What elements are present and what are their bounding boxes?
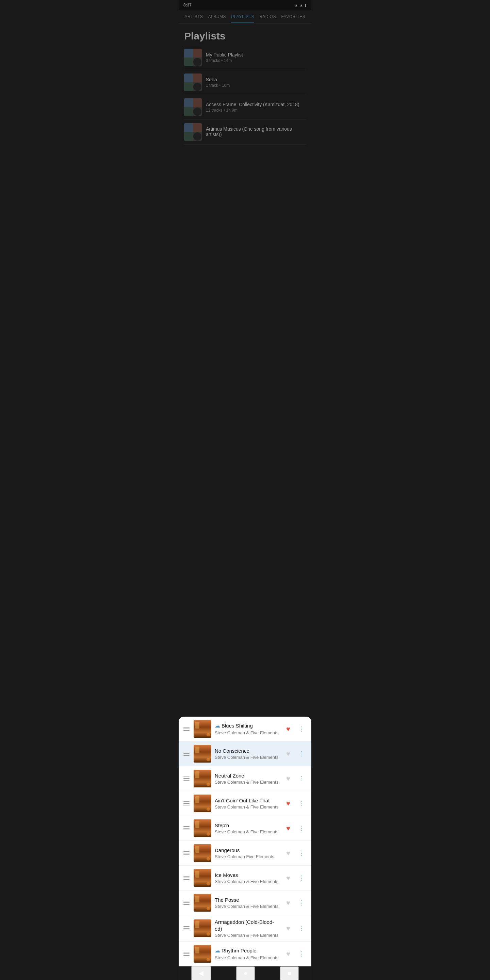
like-button[interactable]: ♥ <box>283 798 294 809</box>
more-button[interactable]: ⋮ <box>296 798 307 809</box>
drag-handle[interactable] <box>183 925 190 932</box>
song-artist: Steve Coleman & Five Elements <box>215 879 279 884</box>
drag-handle[interactable] <box>183 725 190 732</box>
song-artist: Steve Coleman & Five Elements <box>215 933 279 938</box>
like-button[interactable]: ♥ <box>283 872 294 883</box>
album-art <box>194 945 211 963</box>
like-button[interactable]: ♥ <box>283 948 294 959</box>
song-artist: Steve Coleman & Five Elements <box>215 755 279 760</box>
song-title: Ice Moves <box>215 872 279 878</box>
song-actions: ♥ ⋮ <box>283 724 307 734</box>
heart-icon: ♥ <box>286 800 290 808</box>
album-art <box>194 920 211 937</box>
more-button[interactable]: ⋮ <box>296 823 307 834</box>
album-art <box>194 819 211 837</box>
song-artist: Steve Coleman & Five Elements <box>215 829 279 834</box>
song-info: No Conscience Steve Coleman & Five Eleme… <box>215 748 279 760</box>
song-artist: Steve Coleman & Five Elements <box>215 730 279 735</box>
heart-icon: ♥ <box>286 950 290 958</box>
song-row[interactable]: Ice Moves Steve Coleman & Five Elements … <box>179 865 311 891</box>
song-title: Step'n <box>215 822 279 829</box>
song-row[interactable]: No Conscience Steve Coleman & Five Eleme… <box>179 741 311 766</box>
cloud-icon: ☁ <box>215 723 220 729</box>
more-button[interactable]: ⋮ <box>296 948 307 959</box>
more-button[interactable]: ⋮ <box>296 773 307 784</box>
drag-handle[interactable] <box>183 750 190 757</box>
song-artist: Steve Coleman & Five Elements <box>215 804 279 810</box>
song-title: ☁Blues Shifting <box>215 722 279 730</box>
song-title: The Posse <box>215 897 279 904</box>
drag-handle[interactable] <box>183 825 190 832</box>
album-art <box>194 720 211 738</box>
drag-handle[interactable] <box>183 850 190 856</box>
song-info: ☁Rhythm People Steve Coleman & Five Elem… <box>215 947 279 960</box>
more-button[interactable]: ⋮ <box>296 923 307 934</box>
song-info: Ain't Goin' Out Like That Steve Coleman … <box>215 797 279 810</box>
album-art <box>194 745 211 762</box>
song-info: Dangerous Steve Coleman Five Elements <box>215 847 279 859</box>
song-actions: ♥ ⋮ <box>283 848 307 859</box>
heart-icon: ♥ <box>286 899 290 907</box>
song-info: Armageddon (Cold-Blood-ed) Steve Coleman… <box>215 919 279 938</box>
like-button[interactable]: ♥ <box>283 848 294 859</box>
song-artist: Steve Coleman & Five Elements <box>215 955 279 960</box>
drag-handle[interactable] <box>183 899 190 906</box>
song-actions: ♥ ⋮ <box>283 798 307 809</box>
album-art <box>194 894 211 912</box>
cloud-icon: ☁ <box>215 948 220 953</box>
song-actions: ♥ ⋮ <box>283 748 307 759</box>
drag-handle[interactable] <box>183 775 190 782</box>
recent-button[interactable]: ■ <box>280 966 299 980</box>
song-actions: ♥ ⋮ <box>283 823 307 834</box>
song-actions: ♥ ⋮ <box>283 948 307 959</box>
more-button[interactable]: ⋮ <box>296 848 307 859</box>
song-actions: ♥ ⋮ <box>283 923 307 934</box>
like-button[interactable]: ♥ <box>283 897 294 908</box>
song-artist: Steve Coleman Five Elements <box>215 854 279 859</box>
like-button[interactable]: ♥ <box>283 773 294 784</box>
like-button[interactable]: ♥ <box>283 748 294 759</box>
song-info: The Posse Steve Coleman & Five Elements <box>215 897 279 909</box>
heart-icon: ♥ <box>286 874 290 882</box>
song-actions: ♥ ⋮ <box>283 897 307 908</box>
song-title: Ain't Goin' Out Like That <box>215 797 279 804</box>
drag-handle[interactable] <box>183 950 190 957</box>
song-row[interactable]: Neutral Zone Steve Coleman & Five Elemen… <box>179 766 311 791</box>
heart-icon: ♥ <box>286 850 290 857</box>
song-title: Armageddon (Cold-Blood-ed) <box>215 919 279 932</box>
song-title: Neutral Zone <box>215 772 279 779</box>
song-title: No Conscience <box>215 748 279 754</box>
song-row[interactable]: ☁Rhythm People Steve Coleman & Five Elem… <box>179 942 311 966</box>
song-row[interactable]: ☁Blues Shifting Steve Coleman & Five Ele… <box>179 717 311 741</box>
drag-handle[interactable] <box>183 800 190 807</box>
song-row[interactable]: Dangerous Steve Coleman Five Elements ♥ … <box>179 841 311 865</box>
album-art <box>194 770 211 788</box>
album-art <box>194 795 211 812</box>
song-info: Neutral Zone Steve Coleman & Five Elemen… <box>215 772 279 785</box>
heart-icon: ♥ <box>286 750 290 758</box>
more-button[interactable]: ⋮ <box>296 897 307 908</box>
song-info: Step'n Steve Coleman & Five Elements <box>215 822 279 835</box>
album-art <box>194 844 211 862</box>
like-button[interactable]: ♥ <box>283 724 294 734</box>
back-button[interactable]: ◀ <box>191 966 211 980</box>
more-button[interactable]: ⋮ <box>296 872 307 883</box>
heart-icon: ♥ <box>286 924 290 932</box>
like-button[interactable]: ♥ <box>283 923 294 934</box>
bottom-sheet: ☁Blues Shifting Steve Coleman & Five Ele… <box>179 717 311 966</box>
system-nav: ◀ ● ■ <box>179 966 311 980</box>
song-title: ☁Rhythm People <box>215 947 279 955</box>
song-row[interactable]: Step'n Steve Coleman & Five Elements ♥ ⋮ <box>179 816 311 841</box>
song-row[interactable]: The Posse Steve Coleman & Five Elements … <box>179 891 311 915</box>
like-button[interactable]: ♥ <box>283 823 294 834</box>
song-artist: Steve Coleman & Five Elements <box>215 780 279 785</box>
drag-handle[interactable] <box>183 875 190 881</box>
home-button[interactable]: ● <box>236 966 255 980</box>
song-actions: ♥ ⋮ <box>283 773 307 784</box>
more-button[interactable]: ⋮ <box>296 748 307 759</box>
song-artist: Steve Coleman & Five Elements <box>215 904 279 909</box>
song-row[interactable]: Armageddon (Cold-Blood-ed) Steve Coleman… <box>179 915 311 942</box>
song-info: Ice Moves Steve Coleman & Five Elements <box>215 872 279 885</box>
more-button[interactable]: ⋮ <box>296 724 307 734</box>
song-row[interactable]: Ain't Goin' Out Like That Steve Coleman … <box>179 791 311 816</box>
